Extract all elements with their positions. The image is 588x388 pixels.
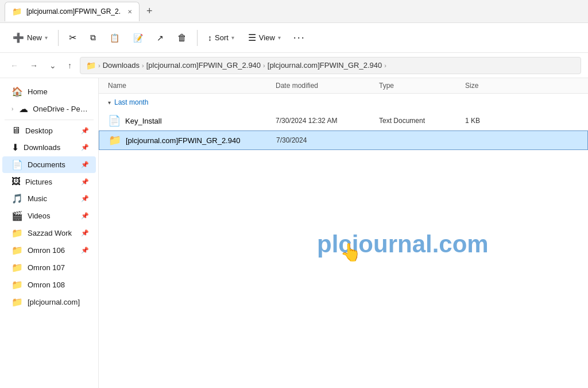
group-header-lastmonth[interactable]: ▾ Last month xyxy=(99,94,588,111)
copy-button[interactable]: ⧉ xyxy=(84,29,102,46)
view-dropdown-arrow: ▾ xyxy=(278,34,281,41)
sidebar-label-desktop: Desktop xyxy=(25,126,76,135)
share-button[interactable]: ↗ xyxy=(151,30,169,46)
music-pin-icon: 📌 xyxy=(81,195,89,202)
doc-icon: 📄 xyxy=(108,114,121,127)
breadcrumb-end-arrow: › xyxy=(384,62,386,69)
column-headers: Name Date modified Type Size xyxy=(99,78,588,94)
delete-button[interactable]: 🗑 xyxy=(172,29,192,47)
back-button[interactable]: ← xyxy=(7,59,22,72)
main-layout: 🏠 Home › ☁ OneDrive - Persc 🖥 Desktop 📌 … xyxy=(0,78,588,388)
address-bar: ← → ⌄ ↑ 📁 › Downloads › [plcjournal.com]… xyxy=(0,53,588,78)
omron108-icon: 📁 xyxy=(11,279,23,290)
tab-close-icon[interactable]: ✕ xyxy=(127,9,132,15)
toolbar-separator-2 xyxy=(197,30,198,46)
group-label: Last month xyxy=(114,98,148,106)
file-content: Name Date modified Type Size ▾ Last mont… xyxy=(99,78,588,388)
pictures-pin-icon: 📌 xyxy=(81,178,89,186)
downloads-pin-icon: 📌 xyxy=(81,144,89,151)
sidebar-item-documents[interactable]: 📄 Documents 📌 xyxy=(2,156,96,173)
sidebar-item-plcjournal[interactable]: 📁 [plcjournal.com] xyxy=(2,294,96,310)
sazzad-icon: 📁 xyxy=(11,228,23,239)
col-type-header[interactable]: Type xyxy=(379,82,465,90)
sidebar-label-videos: Videos xyxy=(28,212,76,220)
breadcrumb-sep-2: › xyxy=(142,62,144,69)
sort-dropdown-arrow: ▾ xyxy=(231,34,234,41)
documents-pin-icon: 📌 xyxy=(81,161,89,168)
view-button[interactable]: ☰ View ▾ xyxy=(242,29,287,47)
new-dropdown-arrow: ▾ xyxy=(45,34,48,41)
new-icon: ➕ xyxy=(13,32,24,43)
cut-button[interactable]: ✂ xyxy=(63,29,82,47)
sidebar-item-omron106[interactable]: 📁 Omron 106 📌 xyxy=(2,242,96,259)
sidebar-label-pictures: Pictures xyxy=(25,178,76,186)
sidebar-item-omron108[interactable]: 📁 Omron 108 xyxy=(2,276,96,293)
watermark-text: plcjournal.com xyxy=(317,231,489,258)
music-icon: 🎵 xyxy=(11,193,23,204)
breadcrumb-fpwin-2[interactable]: [plcjournal.com]FPWIN_GR_2.940 xyxy=(268,61,382,70)
breadcrumb-fpwin-1[interactable]: [plcjournal.com]FPWIN_GR_2.940 xyxy=(146,61,261,70)
copy-icon: ⧉ xyxy=(90,33,96,43)
toolbar: ➕ New ▾ ✂ ⧉ 📋 📝 ↗ 🗑 ↕ Sort ▾ ☰ View ▾ ··… xyxy=(0,23,588,53)
cut-icon: ✂ xyxy=(69,32,76,43)
videos-icon: 🎬 xyxy=(11,210,23,221)
onedrive-icon: ☁ xyxy=(19,103,28,114)
sidebar-item-sazzad[interactable]: 📁 Sazzad Work 📌 xyxy=(2,225,96,241)
col-size-header[interactable]: Size xyxy=(465,82,511,90)
rename-icon: 📝 xyxy=(133,33,143,43)
file-name-fpwin: [plcjournal.com]FPWIN_GR_2.940 xyxy=(126,136,240,145)
sidebar-label-music: Music xyxy=(28,194,76,203)
more-options-button[interactable]: ··· xyxy=(289,28,310,47)
breadcrumb-sep-3: › xyxy=(263,62,265,69)
browser-tab[interactable]: 📁 [plcjournal.com]FPWIN_GR_2. ✕ xyxy=(5,2,140,21)
desktop-icon: 🖥 xyxy=(11,125,21,136)
sidebar-item-home[interactable]: 🏠 Home xyxy=(2,83,96,100)
sort-label: Sort xyxy=(215,33,229,42)
breadcrumb[interactable]: 📁 › Downloads › [plcjournal.com]FPWIN_GR… xyxy=(80,57,581,74)
sidebar-item-music[interactable]: 🎵 Music 📌 xyxy=(2,190,96,207)
sort-button[interactable]: ↕ Sort ▾ xyxy=(202,30,240,46)
new-label: New xyxy=(27,33,42,42)
sidebar-label-omron107: Omron 107 xyxy=(28,263,89,272)
rename-button[interactable]: 📝 xyxy=(127,30,149,46)
plcjournal-icon: 📁 xyxy=(11,297,23,308)
more-icon: ··· xyxy=(293,32,305,44)
sidebar-item-onedrive[interactable]: › ☁ OneDrive - Persc xyxy=(2,101,96,117)
folder-icon: 📁 xyxy=(109,134,121,147)
sidebar-label-plcjournal: [plcjournal.com] xyxy=(28,298,89,306)
sidebar-item-omron107[interactable]: 📁 Omron 107 xyxy=(2,259,96,276)
sidebar: 🏠 Home › ☁ OneDrive - Persc 🖥 Desktop 📌 … xyxy=(0,78,99,388)
new-button[interactable]: ➕ New ▾ xyxy=(7,29,53,47)
sidebar-item-desktop[interactable]: 🖥 Desktop 📌 xyxy=(2,122,96,139)
forward-button[interactable]: → xyxy=(26,59,41,72)
file-row-fpwin[interactable]: 📁 [plcjournal.com]FPWIN_GR_2.940 7/30/20… xyxy=(99,130,588,150)
sidebar-item-pictures[interactable]: 🖼 Pictures 📌 xyxy=(2,174,96,190)
file-type-key-install: Text Document xyxy=(379,117,465,125)
view-icon: ☰ xyxy=(248,32,256,43)
documents-icon: 📄 xyxy=(11,159,23,170)
expand-button[interactable]: ⌄ xyxy=(46,59,60,72)
sidebar-item-downloads[interactable]: ⬇ Downloads 📌 xyxy=(2,139,96,156)
onedrive-arrow: › xyxy=(11,106,13,112)
toolbar-separator-1 xyxy=(58,30,59,46)
col-date-header[interactable]: Date modified xyxy=(276,82,379,90)
sidebar-label-sazzad: Sazzad Work xyxy=(28,229,76,237)
paste-button[interactable]: 📋 xyxy=(104,30,125,46)
up-button[interactable]: ↑ xyxy=(64,59,75,72)
sidebar-item-videos[interactable]: 🎬 Videos 📌 xyxy=(2,208,96,224)
breadcrumb-sep-1: › xyxy=(98,62,100,69)
sidebar-label-omron106: Omron 106 xyxy=(28,246,76,255)
sidebar-label-omron108: Omron 108 xyxy=(28,281,89,289)
file-row-key-install[interactable]: 📄 Key_Install 7/30/2024 12:32 AM Text Do… xyxy=(99,111,588,130)
breadcrumb-downloads[interactable]: Downloads xyxy=(103,61,140,70)
sidebar-label-documents: Documents xyxy=(28,160,76,169)
col-name-header[interactable]: Name xyxy=(103,82,276,90)
sidebar-sep-1 xyxy=(5,120,94,120)
omron106-pin-icon: 📌 xyxy=(81,247,89,254)
cursor-hand-icon: 👆 xyxy=(340,242,361,262)
paste-icon: 📋 xyxy=(110,33,119,43)
new-tab-button[interactable]: + xyxy=(143,5,156,17)
share-icon: ↗ xyxy=(157,33,164,43)
view-label: View xyxy=(259,33,275,42)
file-date-fpwin: 7/30/2024 xyxy=(276,136,380,144)
